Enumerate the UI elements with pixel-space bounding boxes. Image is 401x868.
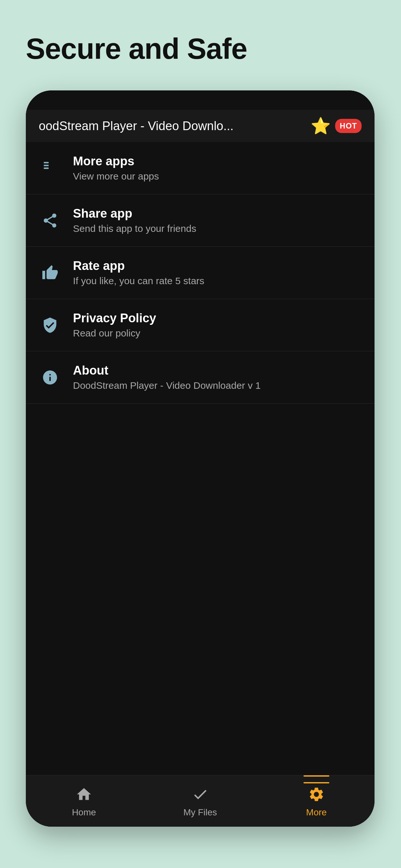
share-app-text: Share app Send this app to your friends xyxy=(73,207,362,234)
thumbsup-icon xyxy=(39,261,61,284)
about-text: About DoodStream Player - Video Download… xyxy=(73,364,362,391)
nav-item-my-files[interactable]: My Files xyxy=(142,785,258,817)
rate-app-title: Rate app xyxy=(73,259,362,273)
star-badge: ⭐ xyxy=(309,115,332,137)
rate-app-text: Rate app If you like, you can rate 5 sta… xyxy=(73,259,362,286)
share-app-subtitle: Send this app to your friends xyxy=(73,223,362,234)
shield-icon xyxy=(39,314,61,337)
menu-item-about[interactable]: About DoodStream Player - Video Download… xyxy=(26,351,374,404)
menu-item-privacy-policy[interactable]: Privacy Policy Read our policy xyxy=(26,299,374,351)
bottom-nav: Home My Files More xyxy=(26,775,374,827)
share-app-title: Share app xyxy=(73,207,362,221)
privacy-policy-text: Privacy Policy Read our policy xyxy=(73,311,362,339)
menu-list: More apps View more our apps Share app S… xyxy=(26,142,374,404)
home-nav-icon xyxy=(74,785,94,804)
menu-item-share-app[interactable]: Share app Send this app to your friends xyxy=(26,194,374,247)
files-nav-icon xyxy=(190,785,210,804)
nav-item-home[interactable]: Home xyxy=(26,785,142,817)
menu-item-rate-app[interactable]: Rate app If you like, you can rate 5 sta… xyxy=(26,247,374,299)
share-icon xyxy=(39,209,61,232)
page-title: Secure and Safe xyxy=(26,32,247,66)
more-apps-title: More apps xyxy=(73,154,362,168)
grid-icon xyxy=(39,157,61,180)
about-subtitle: DoodStream Player - Video Downloader v 1 xyxy=(73,380,362,391)
privacy-policy-subtitle: Read our policy xyxy=(73,328,362,339)
active-indicator xyxy=(304,775,329,777)
nav-item-more[interactable]: More xyxy=(258,785,374,817)
header-badges: ⭐ HOT xyxy=(309,115,362,137)
more-nav-label: More xyxy=(306,807,327,817)
hot-badge: HOT xyxy=(335,119,362,133)
app-header-title: oodStream Player - Video Downlo... xyxy=(39,119,309,133)
status-bar xyxy=(26,90,374,110)
more-apps-text: More apps View more our apps xyxy=(73,154,362,182)
menu-item-more-apps[interactable]: More apps View more our apps xyxy=(26,142,374,194)
home-nav-label: Home xyxy=(72,807,96,817)
svg-rect-2 xyxy=(44,167,49,168)
my-files-nav-label: My Files xyxy=(183,807,217,817)
app-header: oodStream Player - Video Downlo... ⭐ HOT xyxy=(26,110,374,142)
settings-nav-icon xyxy=(307,785,326,804)
phone-device: oodStream Player - Video Downlo... ⭐ HOT xyxy=(26,90,374,827)
svg-rect-1 xyxy=(44,165,49,166)
about-title: About xyxy=(73,364,362,377)
rate-app-subtitle: If you like, you can rate 5 stars xyxy=(73,275,362,286)
svg-rect-0 xyxy=(44,162,49,163)
privacy-policy-title: Privacy Policy xyxy=(73,311,362,325)
info-icon xyxy=(39,366,61,389)
more-apps-subtitle: View more our apps xyxy=(73,171,362,182)
content-area: More apps View more our apps Share app S… xyxy=(26,142,374,827)
